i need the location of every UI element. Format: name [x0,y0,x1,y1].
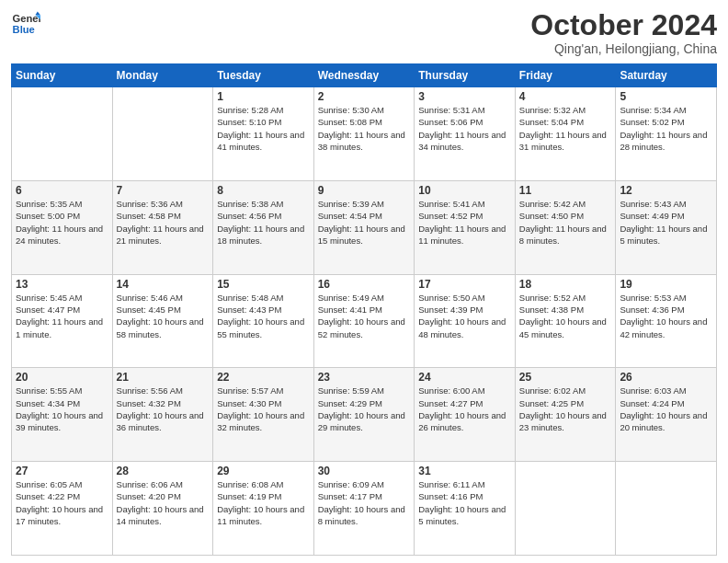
table-row: 25Sunrise: 6:02 AMSunset: 4:25 PMDayligh… [515,368,616,462]
title-block: October 2024 Qing'an, Heilongjiang, Chin… [530,9,717,56]
day-info: Sunrise: 5:36 AMSunset: 4:58 PMDaylight:… [117,198,210,247]
day-number: 14 [117,278,210,291]
col-tuesday: Tuesday [213,64,314,87]
day-number: 21 [117,371,210,384]
day-info: Sunrise: 6:00 AMSunset: 4:27 PMDaylight:… [418,385,511,433]
day-info: Sunrise: 6:11 AMSunset: 4:16 PMDaylight:… [418,478,511,527]
day-number: 7 [117,184,210,197]
day-info: Sunrise: 5:38 AMSunset: 4:56 PMDaylight:… [217,198,310,247]
day-info: Sunrise: 6:02 AMSunset: 4:25 PMDaylight:… [519,385,612,433]
table-row: 24Sunrise: 6:00 AMSunset: 4:27 PMDayligh… [415,368,516,462]
table-row: 11Sunrise: 5:42 AMSunset: 4:50 PMDayligh… [515,180,616,274]
day-number: 2 [318,90,411,103]
day-info: Sunrise: 5:53 AMSunset: 4:36 PMDaylight:… [620,292,712,340]
table-row: 15Sunrise: 5:48 AMSunset: 4:43 PMDayligh… [213,274,314,368]
day-number: 11 [519,184,612,197]
day-info: Sunrise: 5:42 AMSunset: 4:50 PMDaylight:… [519,198,612,247]
day-number: 15 [217,278,310,291]
day-number: 12 [620,184,712,197]
table-row: 4Sunrise: 5:32 AMSunset: 5:04 PMDaylight… [515,87,616,181]
table-row [112,87,213,181]
day-number: 3 [418,90,511,103]
calendar-week-row: 20Sunrise: 5:55 AMSunset: 4:34 PMDayligh… [12,368,717,462]
day-number: 18 [519,278,612,291]
table-row [616,462,717,556]
day-number: 6 [16,184,108,197]
day-info: Sunrise: 6:08 AMSunset: 4:19 PMDaylight:… [217,478,310,527]
location: Qing'an, Heilongjiang, China [530,41,717,56]
day-info: Sunrise: 5:32 AMSunset: 5:04 PMDaylight:… [519,104,612,153]
calendar-header-row: Sunday Monday Tuesday Wednesday Thursday… [12,64,717,87]
day-number: 31 [418,465,511,477]
day-info: Sunrise: 5:57 AMSunset: 4:30 PMDaylight:… [217,385,310,433]
table-row: 2Sunrise: 5:30 AMSunset: 5:08 PMDaylight… [313,87,415,181]
day-number: 24 [418,371,511,384]
table-row: 9Sunrise: 5:39 AMSunset: 4:54 PMDaylight… [313,180,415,274]
calendar: Sunday Monday Tuesday Wednesday Thursday… [11,63,717,556]
table-row [12,87,113,181]
day-number: 13 [16,278,108,291]
table-row: 14Sunrise: 5:46 AMSunset: 4:45 PMDayligh… [112,274,213,368]
day-number: 8 [217,184,310,197]
day-info: Sunrise: 5:45 AMSunset: 4:47 PMDaylight:… [16,292,108,340]
day-number: 1 [217,90,310,103]
day-info: Sunrise: 5:56 AMSunset: 4:32 PMDaylight:… [117,385,210,433]
table-row: 6Sunrise: 5:35 AMSunset: 5:00 PMDaylight… [12,180,113,274]
table-row: 18Sunrise: 5:52 AMSunset: 4:38 PMDayligh… [515,274,616,368]
day-info: Sunrise: 6:03 AMSunset: 4:24 PMDaylight:… [620,385,712,433]
table-row: 31Sunrise: 6:11 AMSunset: 4:16 PMDayligh… [415,462,516,556]
table-row: 8Sunrise: 5:38 AMSunset: 4:56 PMDaylight… [213,180,314,274]
day-number: 30 [318,465,411,477]
table-row: 30Sunrise: 6:09 AMSunset: 4:17 PMDayligh… [313,462,415,556]
header: General Blue October 2024 Qing'an, Heilo… [11,9,717,56]
day-number: 16 [318,278,411,291]
table-row: 28Sunrise: 6:06 AMSunset: 4:20 PMDayligh… [112,462,213,556]
table-row: 17Sunrise: 5:50 AMSunset: 4:39 PMDayligh… [415,274,516,368]
day-info: Sunrise: 5:41 AMSunset: 4:52 PMDaylight:… [418,198,511,247]
table-row: 26Sunrise: 6:03 AMSunset: 4:24 PMDayligh… [616,368,717,462]
col-monday: Monday [112,64,213,87]
day-info: Sunrise: 5:31 AMSunset: 5:06 PMDaylight:… [418,104,511,153]
day-info: Sunrise: 5:30 AMSunset: 5:08 PMDaylight:… [318,104,411,153]
calendar-week-row: 27Sunrise: 6:05 AMSunset: 4:22 PMDayligh… [12,462,717,556]
table-row: 12Sunrise: 5:43 AMSunset: 4:49 PMDayligh… [616,180,717,274]
table-row: 7Sunrise: 5:36 AMSunset: 4:58 PMDaylight… [112,180,213,274]
table-row: 19Sunrise: 5:53 AMSunset: 4:36 PMDayligh… [616,274,717,368]
day-number: 9 [318,184,411,197]
day-info: Sunrise: 5:59 AMSunset: 4:29 PMDaylight:… [318,385,411,433]
day-info: Sunrise: 6:06 AMSunset: 4:20 PMDaylight:… [117,478,210,527]
day-number: 20 [16,371,108,384]
col-thursday: Thursday [415,64,516,87]
day-number: 23 [318,371,411,384]
day-info: Sunrise: 5:43 AMSunset: 4:49 PMDaylight:… [620,198,712,247]
table-row: 10Sunrise: 5:41 AMSunset: 4:52 PMDayligh… [415,180,516,274]
day-info: Sunrise: 5:49 AMSunset: 4:41 PMDaylight:… [318,292,411,340]
day-number: 29 [217,465,310,477]
table-row: 16Sunrise: 5:49 AMSunset: 4:41 PMDayligh… [313,274,415,368]
day-info: Sunrise: 5:28 AMSunset: 5:10 PMDaylight:… [217,104,310,153]
table-row [515,462,616,556]
day-info: Sunrise: 5:50 AMSunset: 4:39 PMDaylight:… [418,292,511,340]
day-number: 17 [418,278,511,291]
day-info: Sunrise: 6:09 AMSunset: 4:17 PMDaylight:… [318,478,411,527]
day-number: 19 [620,278,712,291]
table-row: 27Sunrise: 6:05 AMSunset: 4:22 PMDayligh… [12,462,113,556]
day-number: 28 [117,465,210,477]
table-row: 3Sunrise: 5:31 AMSunset: 5:06 PMDaylight… [415,87,516,181]
day-number: 22 [217,371,310,384]
day-info: Sunrise: 5:48 AMSunset: 4:43 PMDaylight:… [217,292,310,340]
day-info: Sunrise: 5:46 AMSunset: 4:45 PMDaylight:… [117,292,210,340]
table-row: 5Sunrise: 5:34 AMSunset: 5:02 PMDaylight… [616,87,717,181]
svg-text:Blue: Blue [13,24,35,35]
day-info: Sunrise: 5:39 AMSunset: 4:54 PMDaylight:… [318,198,411,247]
table-row: 1Sunrise: 5:28 AMSunset: 5:10 PMDaylight… [213,87,314,181]
table-row: 23Sunrise: 5:59 AMSunset: 4:29 PMDayligh… [313,368,415,462]
day-number: 4 [519,90,612,103]
day-info: Sunrise: 6:05 AMSunset: 4:22 PMDaylight:… [16,478,108,527]
day-number: 25 [519,371,612,384]
table-row: 20Sunrise: 5:55 AMSunset: 4:34 PMDayligh… [12,368,113,462]
col-friday: Friday [515,64,616,87]
calendar-week-row: 6Sunrise: 5:35 AMSunset: 5:00 PMDaylight… [12,180,717,274]
logo: General Blue [11,9,40,39]
page: General Blue October 2024 Qing'an, Heilo… [0,0,728,563]
